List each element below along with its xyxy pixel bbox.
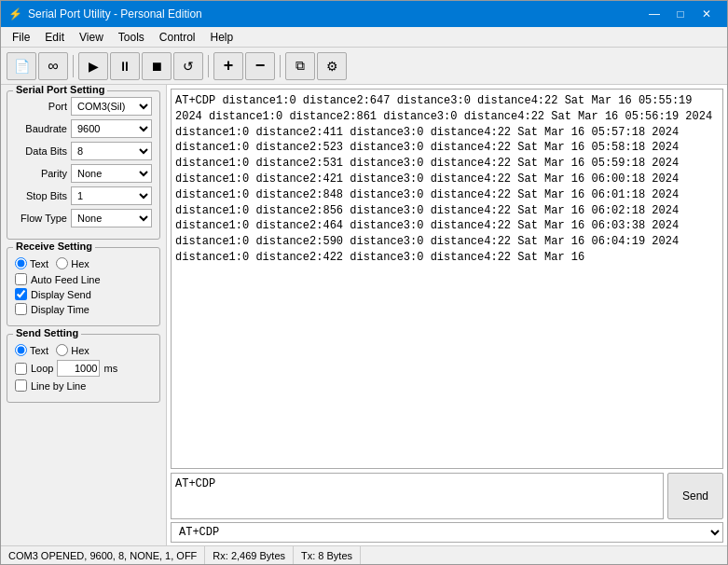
left-panel: Serial Port Setting Port COM3(Sil) Baudr… <box>1 85 167 545</box>
parity-label: Parity <box>15 168 67 179</box>
databits-row: Data Bits 8 7 <box>15 142 152 160</box>
receive-text-radio[interactable]: Text <box>15 257 48 269</box>
display-time-row: Display Time <box>15 303 152 315</box>
loop-unit: ms <box>103 363 117 374</box>
rx-status: Rx: 2,469 Bytes <box>205 546 294 564</box>
stopbits-label: Stop Bits <box>15 190 67 201</box>
send-text-radio-input[interactable] <box>15 344 27 356</box>
toolbar-separator-1 <box>73 55 74 77</box>
title-bar-controls: — □ ✕ <box>641 5 720 23</box>
receive-setting-group-label: Receive Setting <box>13 241 95 252</box>
display-time-label[interactable]: Display Time <box>31 304 89 315</box>
send-hex-radio[interactable]: Hex <box>56 344 89 356</box>
flowtype-row: Flow Type None RTS/CTS <box>15 209 152 227</box>
receive-mode-radio: Text Hex <box>15 257 152 269</box>
port-row: Port COM3(Sil) <box>15 97 152 116</box>
tx-label: Tx: <box>301 550 315 561</box>
pause-button[interactable]: ⏸ <box>110 52 140 80</box>
window-title: Serial Port Utility - Personal Edition <box>28 7 202 21</box>
send-text-radio[interactable]: Text <box>15 344 48 356</box>
parity-row: Parity None Odd Even <box>15 164 152 183</box>
stopbits-select[interactable]: 1 1.5 2 <box>71 186 152 205</box>
menu-edit[interactable]: Edit <box>37 29 72 46</box>
menu-control[interactable]: Control <box>152 29 203 46</box>
line-by-line-row: Line by Line <box>15 379 152 392</box>
send-setting-group-label: Send Setting <box>13 327 81 338</box>
parity-select[interactable]: None Odd Even <box>71 164 152 183</box>
receive-hex-radio[interactable]: Hex <box>56 257 89 269</box>
command-dropdown[interactable]: AT+CDP <box>171 522 723 543</box>
refresh-button[interactable]: ↺ <box>173 52 203 80</box>
copy-button[interactable]: ⧉ <box>285 52 315 80</box>
loop-input[interactable] <box>57 360 100 377</box>
baudrate-row: Baudrate 9600 115200 57600 <box>15 119 152 138</box>
add-button[interactable]: + <box>213 52 243 80</box>
play-button[interactable]: ▶ <box>78 52 108 80</box>
port-select[interactable]: COM3(Sil) <box>71 97 152 116</box>
input-area: AT+CDP Send <box>171 473 723 519</box>
menu-view[interactable]: View <box>72 29 111 46</box>
auto-feed-checkbox[interactable] <box>15 273 27 285</box>
databits-label: Data Bits <box>15 145 67 157</box>
main-window: ⚡ Serial Port Utility - Personal Edition… <box>0 0 728 565</box>
loop-row: Loop ms <box>15 360 152 377</box>
receive-hex-radio-input[interactable] <box>56 257 68 269</box>
flowtype-select[interactable]: None RTS/CTS <box>71 209 152 227</box>
display-send-row: Display Send <box>15 288 152 300</box>
receive-setting-group: Receive Setting Text Hex Auto Feed Line <box>7 247 160 326</box>
display-send-checkbox[interactable] <box>15 288 27 300</box>
right-panel: AT+CDP distance1:0 distance2:647 distanc… <box>167 85 727 545</box>
close-button[interactable]: ✕ <box>694 5 720 23</box>
send-textarea[interactable]: AT+CDP <box>171 473 664 519</box>
send-mode-radio: Text Hex <box>15 344 152 356</box>
toolbar: 📄 ∞ ▶ ⏸ ⏹ ↺ + − ⧉ ⚙ <box>1 48 727 85</box>
main-content: Serial Port Setting Port COM3(Sil) Baudr… <box>1 85 727 545</box>
loop-button[interactable]: ∞ <box>38 52 68 80</box>
serial-port-group: Serial Port Setting Port COM3(Sil) Baudr… <box>7 90 160 240</box>
output-area[interactable]: AT+CDP distance1:0 distance2:647 distanc… <box>171 89 723 469</box>
menu-tools[interactable]: Tools <box>111 29 152 46</box>
status-bar: COM3 OPENED, 9600, 8, NONE, 1, OFF Rx: 2… <box>1 545 727 564</box>
send-hex-radio-input[interactable] <box>56 344 68 356</box>
flowtype-label: Flow Type <box>15 213 67 224</box>
minimize-button[interactable]: — <box>641 5 667 23</box>
serial-port-group-label: Serial Port Setting <box>13 85 107 95</box>
baudrate-label: Baudrate <box>15 123 67 134</box>
rx-label: Rx: <box>213 550 228 561</box>
settings-button[interactable]: ⚙ <box>317 52 347 80</box>
new-button[interactable]: 📄 <box>7 52 36 80</box>
databits-select[interactable]: 8 7 <box>71 142 152 160</box>
app-icon: ⚡ <box>8 7 22 21</box>
title-bar-left: ⚡ Serial Port Utility - Personal Edition <box>8 7 202 21</box>
stop-button[interactable]: ⏹ <box>142 52 172 80</box>
display-send-label[interactable]: Display Send <box>31 289 91 300</box>
toolbar-separator-2 <box>208 55 209 77</box>
auto-feed-label[interactable]: Auto Feed Line <box>31 274 101 285</box>
send-setting-group: Send Setting Text Hex Loop ms <box>7 334 160 403</box>
send-button[interactable]: Send <box>667 473 723 519</box>
send-input-row: AT+CDP Send <box>171 473 723 519</box>
auto-feed-row: Auto Feed Line <box>15 273 152 285</box>
tx-status: Tx: 8 Bytes <box>294 546 361 564</box>
tx-value: 8 Bytes <box>318 550 352 561</box>
remove-button[interactable]: − <box>245 52 275 80</box>
loop-label[interactable]: Loop <box>31 363 53 374</box>
dropdown-row: AT+CDP <box>171 522 723 543</box>
menu-bar: File Edit View Tools Control Help <box>1 27 727 48</box>
port-status: COM3 OPENED, 9600, 8, NONE, 1, OFF <box>1 546 205 564</box>
toolbar-separator-3 <box>280 55 281 77</box>
maximize-button[interactable]: □ <box>667 5 694 23</box>
line-by-line-checkbox[interactable] <box>15 379 27 392</box>
rx-value: 2,469 Bytes <box>231 550 285 561</box>
port-label: Port <box>15 101 67 112</box>
stopbits-row: Stop Bits 1 1.5 2 <box>15 186 152 205</box>
line-by-line-label[interactable]: Line by Line <box>31 380 86 392</box>
loop-checkbox[interactable] <box>15 363 27 375</box>
menu-file[interactable]: File <box>5 29 37 46</box>
menu-help[interactable]: Help <box>203 29 241 46</box>
receive-text-radio-input[interactable] <box>15 257 27 269</box>
title-bar: ⚡ Serial Port Utility - Personal Edition… <box>1 1 727 27</box>
baudrate-select[interactable]: 9600 115200 57600 <box>71 119 152 138</box>
display-time-checkbox[interactable] <box>15 303 27 315</box>
